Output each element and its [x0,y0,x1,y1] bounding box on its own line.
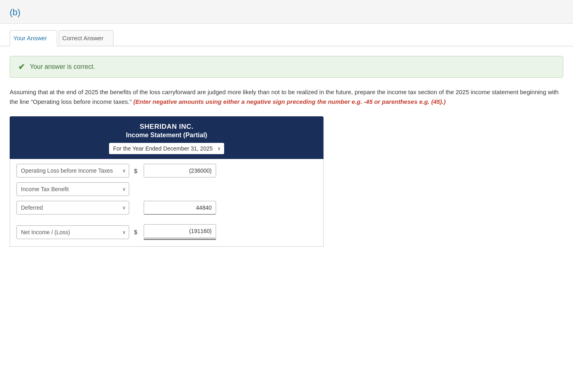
table-header: SHERIDAN INC. Income Statement (Partial)… [10,116,324,159]
deferred-value-wrapper [144,201,216,215]
income-tax-benefit-select[interactable]: Income Tax Benefit [16,182,129,196]
operating-loss-row: Operating Loss before Income Taxes $ [16,164,317,177]
success-message: Your answer is correct. [30,63,95,70]
tabs: Your Answer Correct Answer [10,30,563,46]
deferred-select[interactable]: Deferred [16,201,129,215]
net-income-value-wrapper [144,224,216,240]
income-statement-table: SHERIDAN INC. Income Statement (Partial)… [10,116,324,247]
deferred-row: Deferred [16,201,317,215]
period-select-wrapper[interactable]: For the Year Ended December 31, 2025 [109,143,224,154]
net-income-row: Net Income / (Loss) $ [16,224,317,240]
spacer [16,219,317,223]
instruction-emphasis: (Enter negative amounts using either a n… [133,98,445,105]
net-income-select[interactable]: Net Income / (Loss) [16,225,129,239]
success-box: ✔ Your answer is correct. [10,56,563,78]
period-select[interactable]: For the Year Ended December 31, 2025 [109,143,224,154]
checkmark-icon: ✔ [18,62,25,72]
instruction-text: Assuming that at the end of 2025 the ben… [10,87,563,107]
net-income-dollar: $ [134,229,139,235]
net-income-select-wrapper[interactable]: Net Income / (Loss) [16,225,129,239]
income-tax-benefit-row: Income Tax Benefit [16,182,317,196]
income-tax-benefit-select-wrapper[interactable]: Income Tax Benefit [16,182,129,196]
deferred-select-wrapper[interactable]: Deferred [16,201,129,215]
table-body: Operating Loss before Income Taxes $ Inc… [10,159,324,247]
net-income-input[interactable] [144,224,216,238]
section-header: (b) [0,0,573,24]
tab-correct-answer[interactable]: Correct Answer [59,30,114,46]
deferred-input[interactable] [144,201,216,215]
operating-loss-select[interactable]: Operating Loss before Income Taxes [16,164,129,177]
statement-title: Income Statement (Partial) [18,132,315,139]
operating-loss-select-wrapper[interactable]: Operating Loss before Income Taxes [16,164,129,177]
company-name: SHERIDAN INC. [18,123,315,131]
tabs-container: Your Answer Correct Answer [0,24,573,46]
period-row: For the Year Ended December 31, 2025 [18,143,315,154]
operating-loss-dollar: $ [134,167,139,174]
section-label: (b) [10,7,21,17]
tab-your-answer[interactable]: Your Answer [10,30,57,46]
operating-loss-input[interactable] [144,164,216,177]
content-area: ✔ Your answer is correct. Assuming that … [0,46,573,256]
